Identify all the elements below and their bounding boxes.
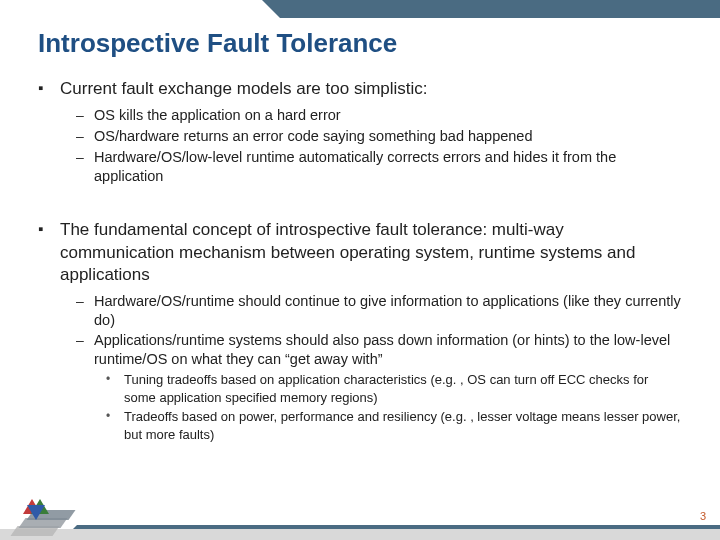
dash-bullet-icon: – <box>76 106 94 125</box>
bullet-text: The fundamental concept of introspective… <box>60 219 682 285</box>
bullet-text: Current fault exchange models are too si… <box>60 78 428 100</box>
bullet-level2: – OS kills the application on a hard err… <box>76 106 682 125</box>
bullet-text: Hardware/OS/low-level runtime automatica… <box>94 148 682 186</box>
bullet-level1: ▪ Current fault exchange models are too … <box>38 78 682 100</box>
bullet-level2: – Hardware/OS/runtime should continue to… <box>76 292 682 330</box>
bullet-level2: – Hardware/OS/low-level runtime automati… <box>76 148 682 186</box>
corner-logo-icon <box>8 496 64 536</box>
dash-bullet-icon: – <box>76 127 94 146</box>
square-bullet-icon: ▪ <box>38 78 60 100</box>
bullet-text: Tuning tradeoffs based on application ch… <box>124 371 682 406</box>
slide-title: Introspective Fault Tolerance <box>38 28 397 59</box>
bullet-level2: – OS/hardware returns an error code sayi… <box>76 127 682 146</box>
bullet-text: OS kills the application on a hard error <box>94 106 341 125</box>
bullet-text: Tradeoffs based on power, performance an… <box>124 408 682 443</box>
bullet-text: OS/hardware returns an error code saying… <box>94 127 533 146</box>
dash-bullet-icon: – <box>76 292 94 330</box>
bullet-level3: • Tradeoffs based on power, performance … <box>106 408 682 443</box>
dot-bullet-icon: • <box>106 408 124 443</box>
bullet-level3: • Tuning tradeoffs based on application … <box>106 371 682 406</box>
dash-bullet-icon: – <box>76 148 94 186</box>
bottom-bar <box>0 529 720 540</box>
dash-bullet-icon: – <box>76 331 94 369</box>
slide-body: ▪ Current fault exchange models are too … <box>38 72 682 445</box>
top-banner <box>280 0 720 18</box>
bullet-text: Hardware/OS/runtime should continue to g… <box>94 292 682 330</box>
bullet-text: Applications/runtime systems should also… <box>94 331 682 369</box>
square-bullet-icon: ▪ <box>38 219 60 285</box>
page-number: 3 <box>700 510 706 522</box>
dot-bullet-icon: • <box>106 371 124 406</box>
bullet-level1: ▪ The fundamental concept of introspecti… <box>38 219 682 285</box>
bullet-level2: – Applications/runtime systems should al… <box>76 331 682 369</box>
